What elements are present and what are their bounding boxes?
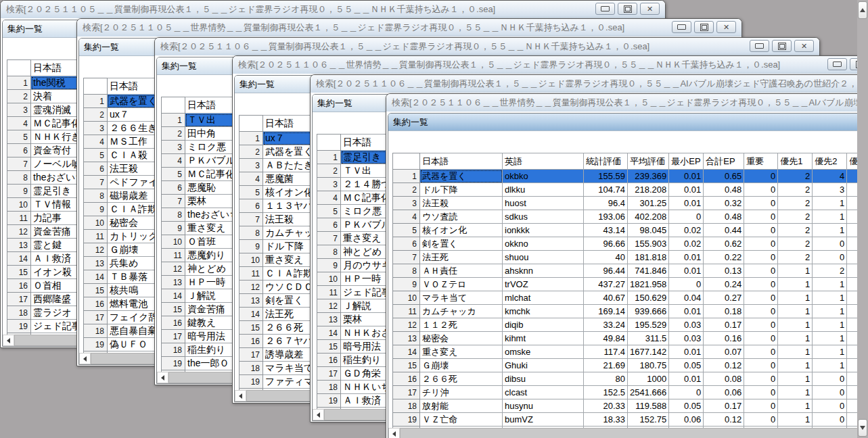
minimize-button[interactable] — [750, 40, 769, 52]
japanese-cell: カムチャッカ — [420, 305, 503, 318]
row-number: 16 — [162, 316, 185, 330]
row-number: 12 — [239, 281, 263, 294]
value-cell: 1 — [778, 332, 813, 345]
scrollbar-thumb[interactable] — [400, 428, 857, 438]
table-row[interactable]: 15Ｇ崩壊Ghuki21.69180.750.050.12011 — [393, 359, 858, 372]
table-row[interactable]: 17チリ沖clcast152.52541.66600.06010 — [393, 386, 858, 399]
scroll-up-button[interactable] — [858, 1, 867, 19]
value-cell: 195.529 — [628, 318, 669, 332]
value-cell: 1 — [778, 359, 813, 372]
scroll-left-button[interactable] — [313, 409, 324, 420]
window-titlebar[interactable]: 検索[２０２５１１０５＿＿世界情勢＿＿質量制御再現公表１，５＿＿ジェド霊界ラジオ… — [77, 19, 741, 37]
table-row[interactable]: 12１１２死diqib33.24195.5290.030.17011 — [393, 318, 858, 332]
restore-button[interactable] — [618, 3, 637, 15]
row-number: 12 — [317, 299, 341, 313]
value-cell: 181.818 — [628, 251, 669, 264]
table-row[interactable]: 5核イオン化ionkkk43.1498.0450.020.44021 — [393, 224, 858, 237]
value-cell: 0.24 — [704, 278, 744, 291]
minimize-button[interactable] — [827, 58, 847, 70]
scroll-down-icon — [860, 426, 865, 433]
table-row[interactable]: 16２６６死dibsu8010000.010.08010 — [393, 372, 858, 386]
row-number-header — [162, 97, 185, 114]
scroll-left-button[interactable] — [388, 428, 400, 438]
row-number: 12 — [7, 225, 31, 239]
value-cell: 96.44 — [584, 264, 628, 278]
row-number: 3 — [162, 141, 185, 154]
value-cell: 2 — [778, 170, 813, 183]
close-button[interactable]: ✕ — [794, 40, 814, 52]
window-titlebar[interactable]: 検索[２０２５１１０５＿＿質量制御再現公表１，５＿＿ジェド霊界ラジオ再現０，５５… — [1, 1, 665, 19]
value-cell: 104.74 — [584, 183, 628, 197]
table-row[interactable]: 8ＡＨ責任ahsknn96.44741.8460.010.13012 — [393, 264, 858, 278]
value-cell: 2 — [778, 237, 813, 251]
table-row[interactable]: 19ＶＺ亡命bumVZ18.33152.750.060.12010 — [393, 413, 858, 427]
row-number: 14 — [7, 252, 31, 266]
value-cell: 0 — [744, 170, 778, 183]
japanese-cell: ２６６死 — [420, 372, 503, 386]
row-number: 4 — [317, 191, 341, 205]
table-row[interactable]: 2ドル下降dlkku104.74218.2080.010.48023 — [393, 183, 858, 197]
restore-button[interactable] — [850, 58, 857, 70]
workspace-vscrollbar[interactable] — [857, 0, 868, 438]
row-number: 15 — [317, 340, 341, 354]
english-cell: Ghuki — [503, 359, 584, 372]
close-button[interactable]: ✕ — [716, 21, 736, 33]
table-row[interactable]: 7法王死shuou40181.8180.010.22020 — [393, 251, 858, 264]
table-row[interactable]: 6剣を置くokkno96.66155.9030.020.62020 — [393, 237, 858, 251]
scroll-left-icon — [236, 393, 242, 399]
minimize-button[interactable] — [595, 3, 615, 15]
restore-button[interactable] — [772, 40, 792, 52]
row-number: 1 — [239, 132, 263, 145]
window-titlebar[interactable]: 検索[２０２５１１０６＿＿世界情勢＿＿質量制御再現公表１，５＿＿ジェド霊界ラジオ… — [386, 94, 857, 112]
table-row[interactable]: 4ウソ査読sdkus193.06402.20800.48021 — [393, 210, 858, 224]
value-cell: 0 — [744, 237, 778, 251]
window-controls: ✕ — [827, 58, 857, 70]
scroll-down-button[interactable] — [858, 419, 867, 437]
row-number: 17 — [7, 293, 31, 306]
value-cell: 0 — [813, 372, 847, 386]
table-row[interactable]: 11カムチャッカkmchk169.14939.6660.010.18011 — [393, 305, 858, 318]
table-row[interactable]: 3法王殺huost96.4301.250.010.32021 — [393, 197, 858, 210]
close-button[interactable]: ✕ — [640, 3, 660, 15]
value-cell: 21.69 — [584, 359, 628, 372]
value-cell: 0 — [813, 399, 847, 413]
table-row[interactable]: 1武器を置くokbko155.59239.3690.010.65024 — [393, 170, 858, 183]
window-titlebar[interactable]: 検索[２０２５１１０６＿＿世界情勢＿＿質量制御再現公表１，５＿＿ジェド霊界ラジオ… — [233, 56, 857, 74]
window-titlebar[interactable]: 検索[２０２５１１０６＿＿質量制御再現公表１，５＿＿ジェド霊界ラジオ再現０，５５… — [155, 38, 819, 56]
window-titlebar[interactable]: 検索[２０２５１１０６＿＿質量制御再現公表１，５＿＿ジェド霊界ラジオ再現０，５５… — [311, 75, 857, 93]
minimize-button[interactable] — [672, 21, 691, 33]
aggregate-titlebar[interactable]: 集約一覧 — [388, 114, 857, 131]
scroll-left-button[interactable] — [3, 335, 14, 346]
japanese-cell: 重さ変え — [420, 345, 503, 359]
table-row[interactable]: 10マラキ当てmlchat40.67150.6290.040.27011 — [393, 291, 858, 305]
table-row[interactable]: 13秘密会kihmt49.84311.50.030.16011 — [393, 332, 858, 345]
scroll-left-button[interactable] — [157, 372, 168, 383]
table-row[interactable]: 18放射能husynu20.33119.5880.050.17010 — [393, 399, 858, 413]
table-row[interactable]: 14重さ変えomske117.41677.1420.010.07011 — [393, 345, 858, 359]
scroll-left-button[interactable] — [235, 390, 246, 402]
value-cell: 193.06 — [584, 210, 628, 224]
window-controls: ✕ — [595, 3, 660, 15]
japanese-cell: Ｇ崩壊 — [420, 359, 503, 372]
horizontal-scrollbar[interactable] — [388, 428, 857, 438]
value-cell: 0.12 — [704, 359, 744, 372]
row-number: 1 — [7, 76, 31, 90]
scroll-left-button[interactable] — [79, 353, 91, 364]
row-number: 19 — [239, 375, 263, 389]
window-title: 検索[２０２５１１０５＿＿質量制御再現公表１，５＿＿ジェド霊界ラジオ再現０，５５… — [1, 3, 665, 16]
row-number: 13 — [239, 294, 263, 308]
value-cell: 2 — [778, 197, 813, 210]
row-number: 14 — [84, 270, 108, 284]
value-cell: 1 — [778, 345, 813, 359]
value-cell: 0.04 — [669, 291, 704, 305]
row-number: 5 — [393, 224, 420, 237]
value-cell: 0.08 — [704, 372, 744, 386]
row-number: 4 — [239, 172, 263, 186]
value-cell: 150.629 — [628, 291, 669, 305]
table-row[interactable]: 9ＶＯＺテロtrVOZ437.271821.95800.24011 — [393, 278, 858, 291]
aggregate-title: 集約一覧 — [7, 23, 43, 35]
restore-button[interactable] — [694, 21, 714, 33]
mdi-workspace: 検索[２０２５１１０５＿＿質量制御再現公表１，５＿＿ジェド霊界ラジオ再現０，５５… — [0, 0, 857, 438]
value-cell: 155.903 — [628, 237, 669, 251]
value-cell: 0.13 — [704, 264, 744, 278]
